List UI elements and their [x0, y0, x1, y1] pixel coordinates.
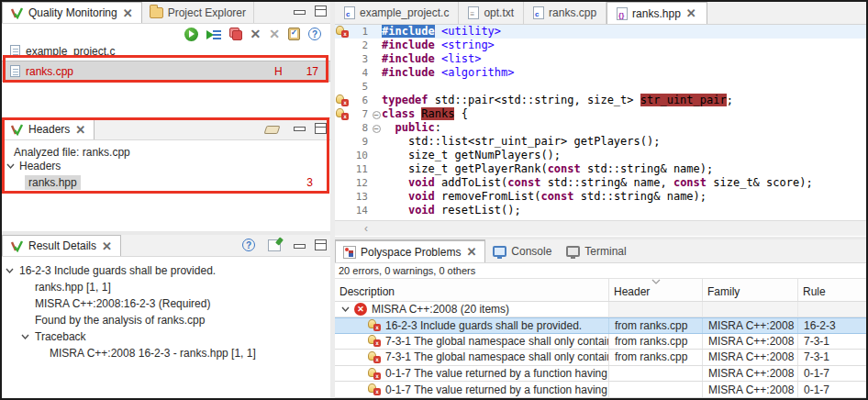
- problem-row[interactable]: x16-2-3 Include guards shall be provided…: [335, 317, 866, 334]
- problems-group-row[interactable]: ✕ MISRA C++:2008 (20 items): [335, 302, 866, 317]
- result-detail-line[interactable]: 16-2-3 Include guards shall be provided.: [2, 262, 330, 279]
- fold-column[interactable]: −: [371, 121, 382, 135]
- chevron-down-icon[interactable]: [341, 306, 350, 313]
- problem-row[interactable]: x7-3-1 The global namespace shall only c…: [335, 350, 866, 366]
- gutter-marker-column: [335, 135, 349, 149]
- cell-family: MISRA C++:2008: [703, 382, 798, 397]
- detail-text: ranks.hpp [1, 1]: [2, 281, 111, 294]
- misra-result-icon: x: [336, 108, 349, 120]
- close-icon[interactable]: ✕: [465, 246, 477, 258]
- result-detail-line[interactable]: MISRA C++:2008 16-2-3 - ranks.hpp [1, 1]: [2, 345, 330, 361]
- clear-view-icon[interactable]: [264, 126, 281, 134]
- code-line[interactable]: 5: [335, 80, 866, 94]
- code-line[interactable]: 10 size_t getNumPlayers();: [335, 149, 866, 162]
- editor-tab-ranks-hpp[interactable]: {}ranks.hpp✕: [606, 2, 707, 24]
- close-icon[interactable]: ✕: [122, 7, 134, 19]
- tab-project-explorer[interactable]: Project Explorer: [142, 2, 254, 23]
- problem-row[interactable]: x7-3-1 The global namespace shall only c…: [335, 334, 866, 350]
- token: size_t& score);: [707, 176, 813, 189]
- chevron-down-icon[interactable]: [6, 163, 15, 170]
- editor-tab-example_project-c[interactable]: cexample_project.c: [335, 2, 459, 24]
- code-editor[interactable]: x1#include <utility>2#include <string>3#…: [335, 25, 866, 220]
- headers-file-row[interactable]: ranks.hpp 3: [2, 174, 330, 191]
- token: public: [395, 121, 434, 134]
- result-detail-line[interactable]: ranks.hpp [1, 1]: [2, 279, 330, 295]
- problem-row[interactable]: x0-1-7 The value returned by a function …: [335, 382, 866, 398]
- headers-panel: Headers ✕ Analyzed file: ranks.cpp Heade…: [2, 117, 330, 231]
- code-line[interactable]: x1#include <utility>: [335, 25, 866, 39]
- fold-collapse-icon[interactable]: −: [373, 111, 381, 119]
- minimize-icon[interactable]: [294, 244, 306, 249]
- code-line[interactable]: 14 void resetList();: [335, 204, 866, 217]
- violation-count: 17: [306, 65, 318, 78]
- code-line[interactable]: x7−class Ranks {: [335, 107, 866, 121]
- fold-column[interactable]: −: [371, 107, 382, 121]
- details-tabbar: Result Details ✕ ?: [2, 235, 330, 257]
- help-icon[interactable]: ?: [308, 28, 321, 40]
- cell-header: [609, 366, 703, 382]
- code-line[interactable]: 13 void removeFromList(const std::string…: [335, 190, 866, 204]
- open-review-icon[interactable]: [268, 239, 281, 251]
- tab-terminal[interactable]: Terminal: [559, 239, 633, 262]
- copy-results-icon[interactable]: [229, 28, 242, 40]
- header-file-name: ranks.hpp: [25, 175, 81, 190]
- tab-headers[interactable]: Headers ✕: [2, 118, 95, 139]
- file-row-example-project[interactable]: example_project.c: [2, 44, 330, 58]
- run-analysis-icon[interactable]: [184, 28, 198, 41]
- tab-result-details[interactable]: Result Details ✕: [2, 235, 121, 256]
- cell-description: x16-2-3 Include guards shall be provided…: [335, 318, 609, 333]
- tab-polyspace-problems[interactable]: Polyspace Problems ✕: [335, 239, 485, 262]
- help-icon[interactable]: ?: [242, 239, 255, 251]
- column-header[interactable]: Header: [609, 279, 703, 301]
- code-line[interactable]: 3#include <list>: [335, 52, 866, 66]
- file-metrics: H 17: [274, 65, 330, 78]
- minimize-icon[interactable]: [294, 10, 306, 15]
- code-line[interactable]: 9 std::list<str_uint_pair> getPlayers();: [335, 135, 866, 149]
- headers-tree-root[interactable]: Headers: [2, 159, 330, 173]
- delete-icon[interactable]: ✕: [250, 28, 262, 40]
- code-line[interactable]: x6typedef std::pair<std::string, size_t>…: [335, 94, 866, 107]
- fold-column: [371, 39, 382, 52]
- close-icon[interactable]: ✕: [74, 124, 86, 136]
- column-description[interactable]: Description: [335, 279, 609, 301]
- close-icon[interactable]: ✕: [685, 7, 697, 19]
- delete-all-icon[interactable]: ✕: [269, 28, 280, 40]
- tab-console[interactable]: Console: [485, 239, 559, 262]
- gutter-marker-column: [335, 52, 349, 66]
- code-line[interactable]: 12 void addToList(const std::string& nam…: [335, 176, 866, 190]
- run-configuration-icon[interactable]: [206, 28, 221, 40]
- maximize-icon[interactable]: [315, 123, 327, 134]
- fold-collapse-icon[interactable]: −: [373, 125, 381, 133]
- maximize-icon[interactable]: [315, 239, 327, 250]
- horizontal-scrollbar[interactable]: ‹: [335, 220, 866, 236]
- scroll-left-icon[interactable]: ‹: [364, 222, 368, 235]
- code-line[interactable]: 4#include <algorithm>: [335, 66, 866, 80]
- minimize-icon[interactable]: [294, 127, 306, 131]
- line-number: 4: [349, 66, 371, 80]
- result-detail-line[interactable]: Traceback: [2, 328, 330, 345]
- problem-row[interactable]: x0-1-7 The value returned by a function …: [335, 366, 866, 383]
- editor-tab-ranks-cpp[interactable]: cranks.cpp: [524, 2, 606, 24]
- tab-quality-monitoring[interactable]: Quality Monitoring ✕: [2, 2, 142, 23]
- code-line[interactable]: 2#include <string>: [335, 39, 866, 52]
- token: [382, 121, 395, 134]
- code-line[interactable]: 8− public:: [335, 121, 866, 135]
- detail-text: Traceback: [2, 330, 86, 343]
- description-text: 0-1-7 The value returned by a function h…: [385, 383, 607, 396]
- group-cell: ✕ MISRA C++:2008 (20 items): [335, 302, 609, 317]
- tab-label: Quality Monitoring: [28, 6, 117, 19]
- column-family[interactable]: Family: [703, 279, 798, 301]
- maximize-icon[interactable]: [315, 6, 327, 17]
- code-line[interactable]: 11 size_t getPlayerRank(const std::strin…: [335, 162, 866, 176]
- error-x-badge-icon: x: [341, 99, 349, 106]
- result-detail-line[interactable]: MISRA C++:2008:16-2-3 (Required): [2, 295, 330, 312]
- column-rule[interactable]: Rule: [798, 279, 866, 301]
- result-detail-line[interactable]: Found by the analysis of ranks.cpp: [2, 312, 330, 328]
- chevron-down-icon[interactable]: [21, 334, 29, 340]
- edit-checklist-icon[interactable]: [288, 28, 300, 40]
- file-row-ranks-cpp[interactable]: ranks.cpp H 17: [2, 61, 330, 82]
- chevron-down-icon[interactable]: [6, 268, 14, 274]
- code-text: size_t getNumPlayers();: [382, 149, 561, 162]
- close-icon[interactable]: ✕: [101, 240, 113, 252]
- editor-tab-opt-txt[interactable]: ≡opt.txt: [459, 2, 524, 24]
